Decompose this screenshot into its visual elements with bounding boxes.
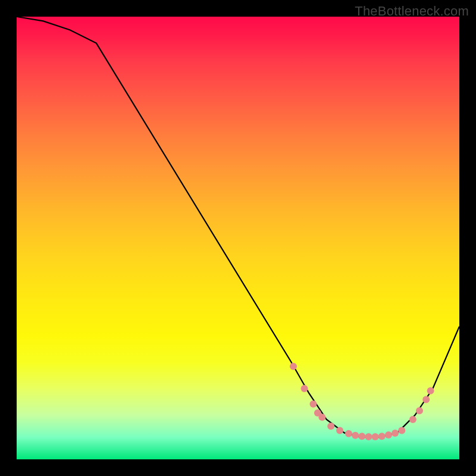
chart-data-point — [290, 363, 297, 370]
chart-svg — [17, 17, 459, 459]
chart-data-point — [345, 430, 352, 437]
chart-data-point — [301, 385, 308, 392]
chart-curve-line — [17, 17, 459, 437]
chart-data-point — [422, 396, 430, 403]
chart-data-point — [327, 422, 334, 430]
chart-data-point — [310, 400, 317, 408]
watermark-text: TheBottleneck.com — [355, 4, 469, 19]
chart-data-point — [358, 433, 365, 440]
chart-data-point — [392, 430, 399, 437]
chart-plot-area — [17, 17, 459, 459]
chart-data-point — [352, 432, 359, 439]
chart-data-point — [336, 427, 343, 434]
chart-data-point — [385, 431, 392, 439]
chart-data-points — [290, 363, 434, 440]
chart-data-point — [398, 427, 405, 434]
chart-data-point — [318, 414, 325, 421]
chart-data-point — [416, 407, 423, 414]
chart-data-point — [372, 433, 379, 440]
chart-data-point — [427, 387, 434, 394]
chart-data-point — [378, 433, 386, 440]
chart-data-point — [365, 433, 372, 440]
chart-data-point — [409, 416, 416, 423]
